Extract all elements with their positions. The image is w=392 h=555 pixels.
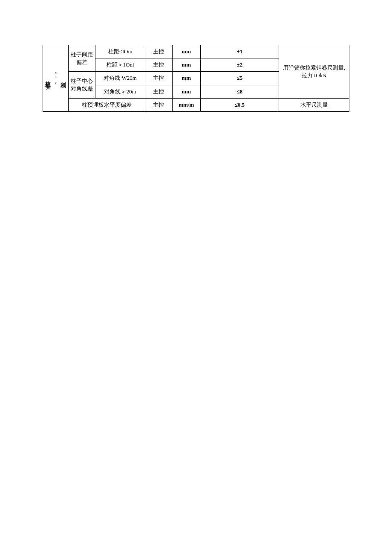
cell-control: 主控	[145, 85, 172, 98]
cell-condition: 对角线＞20m	[95, 85, 145, 98]
cell-condition-wide: 柱预埋板水平度偏差	[68, 98, 145, 111]
cell-value: ≤0.5	[200, 98, 279, 111]
cell-control: 主控	[145, 45, 172, 58]
cell-condition: 柱距＞1Onl	[95, 58, 145, 72]
cell-value: ≤8	[200, 85, 279, 98]
table-row: 划线 xᵀx 柱底板安 柱子间距偏差 柱距≤IOm 主控 mm ÷1 用弹簧称拉…	[43, 45, 349, 58]
cell-control: 主控	[145, 58, 172, 72]
cell-condition: 柱距≤IOm	[95, 45, 145, 58]
cell-value: ±2	[200, 58, 279, 72]
cell-value: ÷1	[200, 45, 279, 58]
cell-unit: mm	[172, 45, 200, 58]
cell-unit: mm	[172, 72, 200, 85]
cell-control: 主控	[145, 72, 172, 85]
row-header-sub: xᵀx	[53, 70, 58, 86]
group-label-1: 柱子间距偏差	[68, 45, 95, 72]
cell-unit: mm/m	[172, 98, 200, 111]
cell-note-2: 水平尺测量	[279, 98, 349, 111]
page: 划线 xᵀx 柱底板安 柱子间距偏差 柱距≤IOm 主控 mm ÷1 用弹簧称拉…	[0, 0, 392, 555]
cell-unit: mm	[172, 58, 200, 72]
group-label-2: 柱子中心对角线差	[68, 72, 95, 98]
table-row: 柱预埋板水平度偏差 主控 mm/m ≤0.5 水平尺测量	[43, 98, 349, 111]
cell-unit: mm	[172, 85, 200, 98]
row-header-tail: 柱底板安	[45, 76, 51, 80]
cell-value: ≤5	[200, 72, 279, 85]
cell-note-1: 用弹簧称拉紧钢卷尺测量, 拉力 IOkN	[279, 45, 349, 99]
cell-condition: 对角线 W20m	[95, 72, 145, 85]
cell-control: 主控	[145, 98, 172, 111]
spec-table: 划线 xᵀx 柱底板安 柱子间距偏差 柱距≤IOm 主控 mm ÷1 用弹簧称拉…	[43, 45, 349, 112]
row-header-vertical: 划线 xᵀx 柱底板安	[43, 45, 69, 112]
row-header-main: 划线	[61, 77, 67, 79]
